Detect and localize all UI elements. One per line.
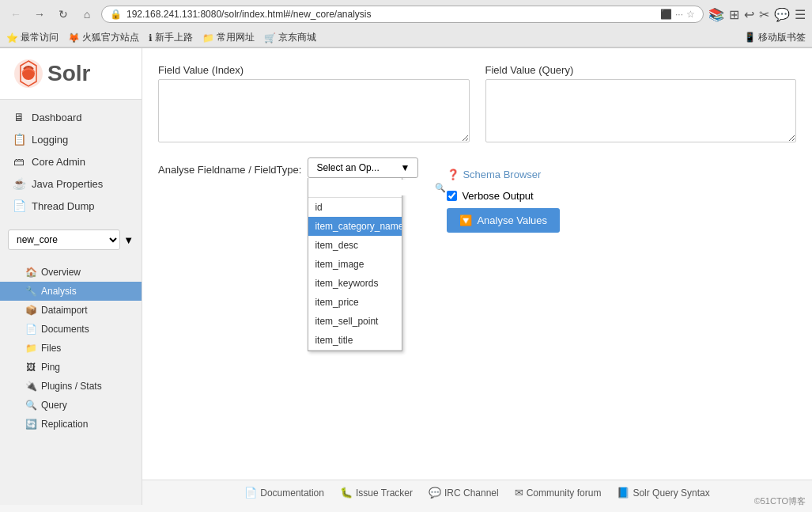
dropdown-item-item-keywords[interactable]: item_keywords: [308, 274, 402, 293]
bookmark-firefox[interactable]: 🦊 火狐官方站点: [68, 31, 139, 44]
core-admin-icon: 🗃: [13, 155, 25, 168]
qr-icon[interactable]: ⬛: [660, 9, 672, 20]
sidebar-item-replication-label: Replication: [41, 419, 88, 430]
sidebar-item-logging-label: Logging: [32, 134, 68, 146]
analysis-icon: 🔧: [25, 286, 36, 297]
fieldname-select-trigger[interactable]: Select an Op... ▼: [308, 157, 418, 178]
logo-area: Solr: [0, 48, 142, 100]
core-dropdown-arrow: ▼: [123, 234, 134, 246]
sidebar-item-files[interactable]: 📁 Files: [0, 339, 142, 358]
sidebar-item-dataimport[interactable]: 📦 Dataimport: [0, 301, 142, 320]
sidebar-item-thread-dump[interactable]: 📄 Thread Dump: [0, 195, 142, 217]
sidebar-item-analysis[interactable]: 🔧 Analysis: [0, 282, 142, 301]
bookmark-jd[interactable]: 🛒 京东商城: [264, 31, 316, 44]
question-icon: ❓: [447, 169, 459, 180]
footer-documentation-link[interactable]: 📄 Documentation: [244, 487, 324, 499]
field-value-index-input[interactable]: [158, 79, 470, 142]
home-button[interactable]: ⌂: [77, 5, 96, 24]
more-icon[interactable]: ···: [675, 9, 683, 20]
select-placeholder: Select an Op...: [316, 162, 379, 173]
sidebar-item-ping-label: Ping: [41, 362, 60, 373]
dropdown-item-item-image[interactable]: item_image: [308, 255, 402, 274]
bookmark-most-visited[interactable]: ⭐ 最常访问: [6, 31, 59, 44]
dropdown-item-item-desc[interactable]: item_desc: [308, 236, 402, 255]
footer-irc-channel-link[interactable]: 💬 IRC Channel: [429, 487, 499, 499]
dropdown-search-area: 🔍: [308, 178, 402, 198]
sidebar-item-ping[interactable]: 🖼 Ping: [0, 358, 142, 377]
dropdown-item-item-sell-point[interactable]: item_sell_point: [308, 312, 402, 331]
library-icon[interactable]: 📚: [708, 7, 724, 22]
field-value-query-input[interactable]: [485, 79, 797, 142]
back-button[interactable]: ←: [6, 5, 25, 24]
search-icon: 🔍: [435, 183, 446, 193]
forward-button[interactable]: →: [30, 5, 49, 24]
chat-icon[interactable]: 💬: [774, 7, 790, 22]
dropdown-item-item-category-name[interactable]: item_category_name: [308, 217, 402, 236]
bookmark-mobile[interactable]: 📱 移动版书签: [744, 31, 806, 44]
schema-browser-label: Schema Browser: [463, 169, 541, 180]
fieldname-select-container: Select an Op... ▼ 🔍 id: [308, 157, 418, 178]
analyse-btn-label: Analyse Values: [477, 214, 547, 226]
lock-icon: 🔒: [110, 9, 122, 20]
footer-issue-tracker-label: Issue Tracker: [356, 487, 413, 499]
sidebar-item-thread-dump-label: Thread Dump: [32, 200, 94, 212]
sidebar-item-plugins-label: Plugins / Stats: [41, 381, 102, 392]
menu-icon[interactable]: ☰: [795, 7, 806, 22]
bookmark-newbie[interactable]: ℹ 新手上路: [149, 31, 193, 44]
dropdown-item-item-price[interactable]: item_price: [308, 293, 402, 312]
documents-icon: 📄: [25, 324, 36, 335]
logging-icon: 📋: [13, 133, 25, 146]
sidebar-item-overview[interactable]: 🏠 Overview: [0, 263, 142, 282]
footer-community-forum-link[interactable]: ✉ Community forum: [515, 487, 602, 499]
core-select[interactable]: new_core: [8, 229, 120, 250]
footer: 📄 Documentation 🐛 Issue Tracker 💬 IRC Ch…: [142, 480, 812, 505]
footer-issue-tracker-link[interactable]: 🐛 Issue Tracker: [340, 487, 413, 499]
solr-brand-text: Solr: [47, 61, 90, 86]
sidebar-item-java-properties[interactable]: ☕ Java Properties: [0, 173, 142, 195]
footer-community-label: Community forum: [527, 487, 602, 499]
bookmark-common[interactable]: 📁 常用网址: [202, 31, 255, 44]
sidebar-item-logging[interactable]: 📋 Logging: [0, 128, 142, 150]
documentation-icon: 📄: [244, 487, 257, 499]
app-container: Solr 🖥 Dashboard 📋 Logging 🗃 Core Admin: [0, 48, 812, 505]
sidebar-toggle-icon[interactable]: ⊞: [729, 7, 739, 22]
sidebar-item-java-label: Java Properties: [32, 178, 103, 190]
verbose-output-area: Verbose Output: [447, 190, 560, 202]
right-controls: ❓ Schema Browser Verbose Output 🔽 Analys…: [447, 162, 560, 233]
browser-toolbar: ← → ↻ ⌂ 🔒 192.168.241.131:8080/solr/inde…: [0, 0, 812, 28]
verbose-output-checkbox[interactable]: [447, 191, 457, 201]
footer-solr-query-label: Solr Query Syntax: [633, 487, 709, 499]
schema-browser-link[interactable]: ❓ Schema Browser: [447, 169, 560, 180]
sidebar-item-overview-label: Overview: [41, 267, 81, 278]
content-area: Field Value (Index) Field Value (Query) …: [142, 48, 812, 480]
sidebar-item-documents[interactable]: 📄 Documents: [0, 320, 142, 339]
dropdown-item-item-title[interactable]: item_title: [308, 331, 402, 351]
url-input[interactable]: 192.168.241.131:8080/solr/index.html#/ne…: [127, 9, 655, 20]
synced-tabs-icon[interactable]: ↩: [744, 7, 754, 22]
book-icon: 📘: [617, 487, 629, 499]
bookmark-star-icon[interactable]: ☆: [686, 9, 695, 20]
dropdown-search-input[interactable]: [312, 180, 435, 195]
sidebar: Solr 🖥 Dashboard 📋 Logging 🗃 Core Admin: [0, 48, 142, 505]
field-value-row: Field Value (Index) Field Value (Query): [158, 64, 796, 145]
footer-solr-query-syntax-link[interactable]: 📘 Solr Query Syntax: [617, 487, 709, 499]
java-icon: ☕: [13, 177, 25, 190]
sidebar-item-dashboard[interactable]: 🖥 Dashboard: [0, 106, 142, 128]
screenshot-icon[interactable]: ✂: [759, 7, 769, 22]
core-selector: new_core ▼: [8, 229, 134, 250]
sidebar-item-replication[interactable]: 🔄 Replication: [0, 415, 142, 434]
sidebar-item-dashboard-label: Dashboard: [32, 112, 82, 123]
sidebar-item-core-admin[interactable]: 🗃 Core Admin: [0, 150, 142, 173]
forum-icon: ✉: [515, 487, 523, 499]
sub-nav: 🏠 Overview 🔧 Analysis 📦 Dataimport 📄 Doc…: [0, 256, 142, 440]
sidebar-item-files-label: Files: [41, 343, 61, 354]
overview-icon: 🏠: [25, 267, 36, 278]
dropdown-item-id[interactable]: id: [308, 198, 402, 217]
watermark: ©51CTO博客: [754, 495, 806, 507]
select-arrow-icon: ▼: [400, 162, 410, 173]
analyse-values-button[interactable]: 🔽 Analyse Values: [447, 208, 560, 233]
refresh-button[interactable]: ↻: [54, 5, 73, 24]
sidebar-item-query[interactable]: 🔍 Query: [0, 396, 142, 415]
dropdown-panel: 🔍 id item_category_name item_desc item_i…: [308, 178, 402, 351]
sidebar-item-plugins[interactable]: 🔌 Plugins / Stats: [0, 377, 142, 396]
